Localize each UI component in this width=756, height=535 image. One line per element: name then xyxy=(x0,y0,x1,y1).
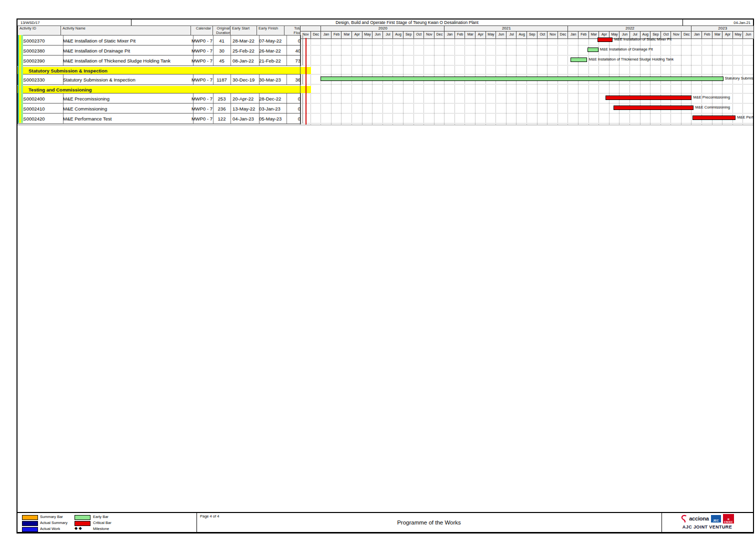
cell-early-finish: 30-Mar-23 xyxy=(257,74,287,84)
acciona-logo-icon xyxy=(680,514,687,523)
cell-early-finish: 21-Feb-22 xyxy=(257,56,287,66)
cell-activity-name: M&E Performance Test xyxy=(61,114,194,124)
gantt-bar-label: M&E Performance Test xyxy=(737,115,753,120)
gantt-bar-label: M&E Installation of Drainage Pit xyxy=(600,47,653,52)
cell-early-start: 13-May-22 xyxy=(230,104,260,114)
cell-activity-name: M&E Installation of Static Mixer Pit xyxy=(61,36,194,46)
cell-original-duration: 45 xyxy=(213,56,231,66)
legend-chip xyxy=(74,521,90,526)
cell-original-duration: 1187 xyxy=(213,74,231,84)
gantt-bar-label: M&E Commissioning xyxy=(695,105,730,110)
milestone-diamond-icon: ◆ ◆ xyxy=(74,526,82,531)
gantt-bar-ES0002380 xyxy=(588,48,598,52)
joint-venture-block: acciona JEC ≋ CSCEC AJC JOINT VENTURE xyxy=(662,513,753,532)
gantt-bar-ES0002330 xyxy=(320,76,724,81)
legend-label: Actual Work xyxy=(40,526,60,532)
page-frame: 13/WSD/17 Design, Build and Operate Firs… xyxy=(16,18,754,534)
cell-early-start: 28-Mar-22 xyxy=(230,36,260,46)
gantt-bar-ES0002400 xyxy=(606,96,692,100)
gantt-bar-label: Statutory Submission & Inspection xyxy=(725,76,753,81)
cell-calendar: MWP0 - 7 xyxy=(191,104,214,114)
cell-early-finish: 28-Dec-22 xyxy=(257,94,287,104)
contract-number: 13/WSD/17 xyxy=(18,20,132,26)
cell-original-duration: 41 xyxy=(213,36,231,46)
printed-schedule-page: 13/WSD/17 Design, Build and Operate Firs… xyxy=(0,0,756,535)
legend-label: Summary Bar xyxy=(40,514,63,520)
legend: Summary BarActual SummaryActual WorkEarl… xyxy=(18,512,196,532)
cell-early-start: 25-Feb-22 xyxy=(230,46,260,56)
cell-activity-id: ES0002390 xyxy=(18,56,64,66)
cell-original-duration: 236 xyxy=(213,104,231,114)
cell-activity-id: ES0002410 xyxy=(18,104,64,114)
cell-activity-id: ES0002330 xyxy=(18,74,64,84)
group-band: Testing and Commissioning xyxy=(18,86,311,93)
document-title: Programme of the Works xyxy=(196,520,662,526)
cell-early-finish: 07-May-22 xyxy=(257,36,287,46)
joint-venture-name: AJC JOINT VENTURE xyxy=(662,524,753,530)
activity-row: ES0002370M&E Installation of Static Mixe… xyxy=(18,35,301,46)
gantt-bar-label: M&E Installation of Thickened Sludge Hol… xyxy=(588,57,674,62)
acciona-logo: acciona xyxy=(689,516,709,522)
activity-row: ES0002390M&E Installation of Thickened S… xyxy=(18,55,301,66)
chart-bottom-edge xyxy=(18,124,753,126)
legend-label: Actual Summary xyxy=(40,520,68,526)
cell-activity-name: M&E Precomissioning xyxy=(61,94,194,104)
cell-early-start: 08-Jan-22 xyxy=(230,56,260,66)
cell-early-start: 30-Dec-19 xyxy=(230,74,260,84)
table-chart-divider xyxy=(300,26,300,124)
cell-original-duration: 253 xyxy=(213,94,231,104)
data-date-line xyxy=(306,38,306,124)
cell-calendar: MWP0 - 7 xyxy=(191,74,214,84)
table-header: Activity IDActivity NameCalendarOriginal… xyxy=(18,26,300,35)
activity-table-body: ES0002370M&E Installation of Static Mixe… xyxy=(18,35,300,123)
group-stripe-green xyxy=(21,35,23,123)
cell-activity-name: M&E Commissioning xyxy=(61,104,194,114)
cell-early-start: 04-Jan-23 xyxy=(230,114,260,124)
activity-row: ES0002400M&E PrecomissioningMWP0 - 72532… xyxy=(18,93,301,104)
cscec-logo: ≋ CSCEC xyxy=(723,514,734,524)
cell-activity-name: Statutory Submission & Inspection xyxy=(61,74,194,84)
cell-early-finish: 03-Jan-23 xyxy=(257,104,287,114)
cell-calendar: MWP0 - 7 xyxy=(191,46,214,56)
jec-logo: JEC xyxy=(711,515,721,522)
activity-row: ES0002330Statutory Submission & Inspecti… xyxy=(18,74,301,85)
cell-activity-id: ES0002380 xyxy=(18,46,64,56)
legend-chip xyxy=(22,521,38,526)
legend-label: Early Bar xyxy=(93,514,108,520)
activity-row: ES0002410M&E CommissioningMWP0 - 723613-… xyxy=(18,103,301,114)
legend-chip xyxy=(74,515,90,520)
gantt-bar-ES0002390 xyxy=(570,58,587,62)
legend-chip xyxy=(22,515,38,520)
activity-row: ES0002380M&E Installation of Drainage Pi… xyxy=(18,45,301,56)
gantt-chart-body: M&E Installation of Static Mixer PitM&E … xyxy=(300,35,753,124)
group-band: Statutory Submission & Inspection xyxy=(18,67,311,74)
cell-calendar: MWP0 - 7 xyxy=(191,94,214,104)
gantt-bar-label: M&E Installation of Static Mixer Pit xyxy=(614,37,672,42)
gantt-bar-label: M&E Precomissioning xyxy=(693,95,730,100)
legend-chip xyxy=(22,527,38,532)
activity-row: ES0002420M&E Performance TestMWP0 - 7122… xyxy=(18,113,301,124)
cell-activity-id: ES0002400 xyxy=(18,94,64,104)
gantt-bar-ES0002420 xyxy=(692,116,736,120)
cell-activity-id: ES0002420 xyxy=(18,114,64,124)
cell-activity-name: M&E Installation of Thickened Sludge Hol… xyxy=(61,56,194,66)
legend-label: Milestone xyxy=(93,526,109,532)
cell-activity-id: ES0002370 xyxy=(18,36,64,46)
gantt-bar-ES0002410 xyxy=(614,106,694,110)
legend-label: Critical Bar xyxy=(93,520,112,526)
cell-calendar: MWP0 - 7 xyxy=(191,56,214,66)
page-number: Page 4 of 4 xyxy=(200,514,219,518)
cell-early-start: 20-Apr-22 xyxy=(230,94,260,104)
cell-calendar: MWP0 - 7 xyxy=(191,36,214,46)
cell-early-finish: 26-Mar-22 xyxy=(257,46,287,56)
cell-activity-name: M&E Installation of Drainage Pit xyxy=(61,46,194,56)
cell-early-finish: 05-May-23 xyxy=(257,114,287,124)
cell-original-duration: 122 xyxy=(213,114,231,124)
cell-calendar: MWP0 - 7 xyxy=(191,114,214,124)
gantt-bar-ES0002370 xyxy=(598,38,612,42)
cell-original-duration: 30 xyxy=(213,46,231,56)
